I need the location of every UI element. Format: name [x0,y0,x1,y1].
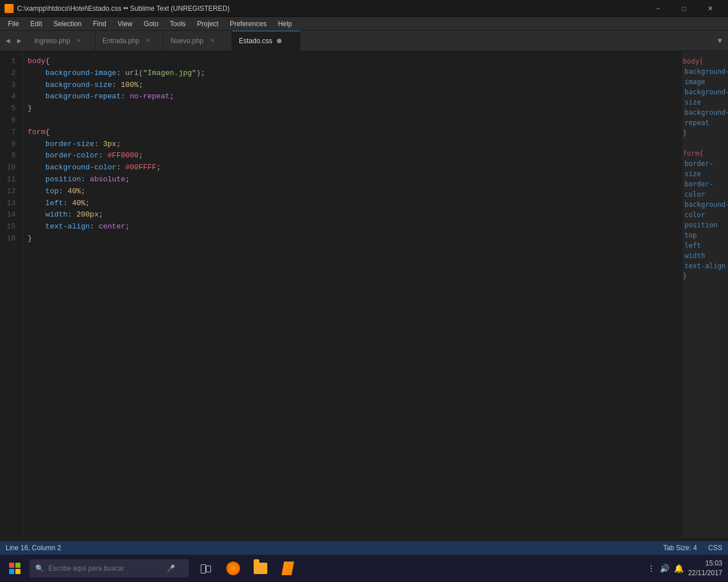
menubar: File Edit Selection Find View Goto Tools… [0,17,728,31]
tab-arrow-right[interactable]: ▶ [15,36,24,45]
code-line-11: position: absolute; [28,174,678,186]
tab-label-ingreso: Ingreso.php [34,37,70,45]
menu-tools[interactable]: Tools [164,18,192,30]
tab-label-entrada: Entrada.php [102,37,139,45]
menu-goto[interactable]: Goto [138,18,164,30]
menu-find[interactable]: Find [87,18,111,30]
line-num-9: 9 [7,150,16,162]
windows-logo [9,563,20,574]
statusbar-tab-size[interactable]: Tab Size: 4 [663,544,697,552]
line-num-3: 3 [7,80,16,92]
tab-arrows: ◀ ▶ [0,31,27,51]
clock-date: 22/11/2017 [688,568,722,578]
tab-dirty-indicator [277,39,282,43]
line-numbers: 1 2 3 4 5 6 7 8 9 10 11 12 13 14 15 16 [0,51,23,538]
task-view-icon [201,564,211,572]
line-num-10: 10 [7,162,16,174]
network-icon[interactable]: ⋮ [647,564,655,573]
statusbar-language[interactable]: CSS [708,544,722,552]
titlebar-left: C:\xampp\htdocs\Hotel\Estado.css •• Subl… [5,4,230,13]
line-num-12: 12 [7,186,16,198]
restore-button[interactable]: □ [671,0,697,17]
folder-icon [254,563,267,574]
menu-preferences[interactable]: Preferences [224,18,272,30]
line-num-7: 7 [7,127,16,139]
code-line-2: background-image: url("Imagen.jpg"); [28,68,678,80]
menu-selection[interactable]: Selection [48,18,87,30]
statusbar: Line 16, Column 2 Tab Size: 4 CSS [0,541,728,555]
notification-icon[interactable]: 🔔 [674,564,684,573]
code-line-14: width: 200px; [28,209,678,221]
statusbar-position: Line 16, Column 2 [6,544,61,552]
minimize-button[interactable]: − [645,0,671,17]
menu-project[interactable]: Project [192,18,224,30]
code-area[interactable]: body{ background-image: url("Imagen.jpg"… [23,51,682,538]
code-line-8: border-size: 3px; [28,139,678,151]
menu-view[interactable]: View [112,18,138,30]
search-icon: 🔍 [35,564,44,572]
tab-ingreso[interactable]: Ingreso.php ✕ [27,31,96,51]
search-bar[interactable]: 🔍 🎤 [30,559,189,577]
line-num-5: 5 [7,103,16,115]
tab-scroll-button[interactable]: ▼ [712,31,728,51]
menu-help[interactable]: Help [272,18,298,30]
line-num-11: 11 [7,174,16,186]
minimap: body{ background-image background-size b… [682,51,728,538]
taskbar-tray: ⋮ 🔊 🔔 15:03 22/11/2017 [642,555,728,582]
code-line-16: } [28,233,678,245]
close-button[interactable]: ✕ [697,0,723,17]
search-input[interactable] [48,564,162,572]
tab-nuevo[interactable]: Nuevo.php ✕ [164,31,232,51]
app-icon [5,4,14,13]
taskbar-middle [189,555,305,582]
titlebar-controls: − □ ✕ [645,0,723,17]
tab-close-nuevo[interactable]: ✕ [208,36,217,45]
code-line-3: background-size: 100%; [28,80,678,92]
taskbar-clock[interactable]: 15:03 22/11/2017 [688,559,722,578]
line-num-1: 1 [7,56,16,68]
tab-close-entrada[interactable]: ✕ [144,36,152,45]
editor: 1 2 3 4 5 6 7 8 9 10 11 12 13 14 15 16 b… [0,51,728,538]
firefox-icon [226,562,240,575]
line-num-4: 4 [7,91,16,103]
firefox-taskbar-icon[interactable] [221,555,246,582]
tab-label-nuevo: Nuevo.php [171,37,204,45]
code-line-4: background-repeat: no-repeat; [28,91,678,103]
titlebar: C:\xampp\htdocs\Hotel\Estado.css •• Subl… [0,0,728,17]
menu-file[interactable]: File [2,18,24,30]
task-view-button[interactable] [193,555,218,582]
code-line-1: body{ [28,56,678,68]
code-line-12: top: 40%; [28,186,678,198]
code-line-13: left: 40%; [28,198,678,210]
mic-icon: 🎤 [167,564,175,572]
line-num-6: 6 [7,115,16,127]
code-line-10: background-color: #00FFFF; [28,162,678,174]
code-line-15: text-align: center; [28,221,678,233]
code-line-6 [28,115,678,127]
sublime-icon [282,562,294,575]
line-num-14: 14 [7,209,16,221]
volume-icon[interactable]: 🔊 [660,564,669,573]
taskbar: 🔍 🎤 ⋮ 🔊 🔔 15:03 22/11/2017 [0,555,728,582]
line-num-8: 8 [7,139,16,151]
line-num-16: 16 [7,233,16,245]
tab-close-ingreso[interactable]: ✕ [75,36,83,45]
titlebar-title: C:\xampp\htdocs\Hotel\Estado.css •• Subl… [17,5,230,13]
line-num-2: 2 [7,68,16,80]
sublime-taskbar-icon[interactable] [275,555,300,582]
tab-estado[interactable]: Estado.css [232,31,300,51]
tab-entrada[interactable]: Entrada.php ✕ [96,31,164,51]
tab-label-estado: Estado.css [239,37,272,45]
statusbar-right: Tab Size: 4 CSS [663,544,722,552]
clock-time: 15:03 [688,559,722,568]
code-line-7: form{ [28,127,678,139]
code-line-5: } [28,103,678,115]
file-explorer-taskbar-icon[interactable] [248,555,273,582]
tab-arrow-left[interactable]: ◀ [3,36,13,45]
line-num-15: 15 [7,221,16,233]
line-num-13: 13 [7,198,16,210]
code-line-9: border-color: #FF0000; [28,150,678,162]
tabsbar: ◀ ▶ Ingreso.php ✕ Entrada.php ✕ Nuevo.ph… [0,31,728,51]
start-button[interactable] [0,555,30,582]
menu-edit[interactable]: Edit [24,18,48,30]
